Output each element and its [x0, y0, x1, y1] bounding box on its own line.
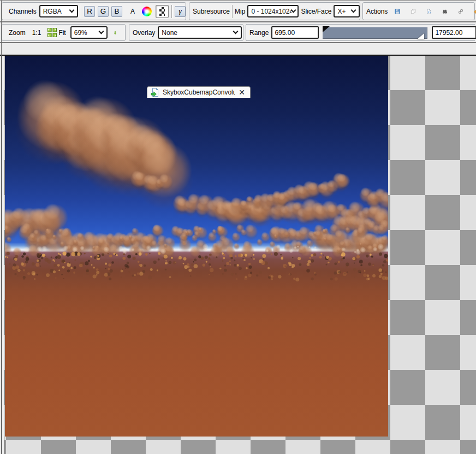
actions-group: Actions [362, 2, 475, 20]
subresource-label: Subresource [193, 8, 230, 15]
texture-image[interactable] [5, 56, 388, 437]
tab-label: SkyboxCubemapConvolution [163, 89, 235, 96]
document-arrow-icon [151, 88, 159, 97]
flip-y-button[interactable] [111, 27, 120, 39]
fit-label: Fit [58, 29, 66, 37]
find-button[interactable] [439, 5, 451, 17]
white-point-handle[interactable] [417, 33, 424, 39]
zoom-1to1-button[interactable]: 1:1 [31, 29, 43, 37]
mip-value: 0 - 1024x1024 [251, 8, 291, 15]
tabbar-bottom-border [0, 55, 476, 56]
chevron-down-icon [291, 8, 296, 13]
follow-link-button[interactable] [455, 5, 467, 17]
viewport-gutter [2, 56, 4, 454]
custom-shader-button[interactable] [471, 5, 476, 17]
binoculars-icon [442, 7, 448, 16]
channels-value: RGBA [43, 8, 62, 15]
overlay-group: Overlay None [129, 24, 243, 41]
gamma-button[interactable]: γ [175, 6, 186, 17]
toolbar-row-1: Channels RGBA R G B A γ Subresource Mip [0, 1, 476, 22]
slice-face-label: Slice/Face [301, 8, 331, 15]
separator [232, 5, 233, 18]
fit-button[interactable]: Fit [46, 28, 67, 37]
copy-icon [410, 7, 416, 16]
slice-face-value: X+ [337, 8, 346, 15]
zoom-select[interactable]: 69% [70, 26, 108, 39]
copy-button[interactable] [407, 5, 419, 17]
chevron-down-icon [351, 8, 356, 13]
red-channel-button[interactable]: R [84, 6, 95, 17]
range-max-input[interactable] [432, 26, 476, 39]
overlay-value: None [162, 29, 177, 37]
flip-y-icon [114, 26, 116, 39]
tab-bar: Cur RW Output 0 - CameraColor_2573x969_.… [0, 43, 476, 56]
color-wheel-icon [142, 7, 152, 16]
checkerboard-icon [159, 7, 165, 16]
texture-viewer-window: Channels RGBA R G B A γ Subresource Mip [0, 0, 476, 454]
channels-select[interactable]: RGBA [39, 5, 78, 17]
open-code-button[interactable] [423, 5, 435, 17]
black-point-handle[interactable] [323, 26, 330, 32]
window-left-border [1, 1, 2, 454]
overlay-select[interactable]: None [158, 26, 242, 39]
zoom-group: Zoom 1:1 Fit 69% [2, 24, 126, 41]
chevron-down-icon [98, 29, 104, 34]
range-label: Range [249, 29, 269, 37]
zoom-label: Zoom [9, 29, 26, 37]
checkerboard-background-button[interactable] [156, 5, 169, 18]
separator [81, 5, 81, 18]
chevron-down-icon [233, 29, 239, 34]
range-group: Range [246, 24, 475, 41]
actions-label: Actions [366, 8, 388, 15]
slice-face-select[interactable]: X+ [334, 5, 360, 17]
range-min-input[interactable] [271, 26, 319, 39]
tab-skybox-cubemap-convolution[interactable]: SkyboxCubemapConvolution ✕ [147, 86, 251, 98]
alpha-channel-button[interactable]: A [129, 8, 136, 15]
mip-select[interactable]: 0 - 1024x1024 [247, 5, 299, 17]
subresource-group: Subresource Mip 0 - 1024x1024 Slice/Face… [189, 2, 360, 20]
mip-label: Mip [235, 8, 245, 15]
overlay-label: Overlay [133, 29, 155, 37]
close-tab-button[interactable]: ✕ [238, 89, 246, 96]
range-slider-bar[interactable] [323, 27, 427, 39]
separator [171, 5, 172, 18]
link-icon [458, 7, 463, 16]
background-color-button[interactable] [141, 5, 153, 17]
save-icon [395, 7, 400, 16]
texture-viewport[interactable] [2, 56, 476, 454]
channels-group: Channels RGBA R G B A γ [2, 2, 186, 20]
code-icon [426, 7, 432, 16]
toolbar-row-2: Zoom 1:1 Fit 69% [0, 22, 476, 43]
fit-window-icon [47, 28, 57, 37]
zoom-value: 69% [74, 29, 87, 37]
save-button[interactable] [391, 5, 403, 17]
chevron-down-icon [69, 8, 75, 13]
puzzle-icon [474, 7, 476, 16]
blue-channel-button[interactable]: B [111, 6, 122, 17]
green-channel-button[interactable]: G [98, 6, 109, 17]
channels-label: Channels [9, 8, 37, 15]
range-slider[interactable] [323, 26, 427, 39]
